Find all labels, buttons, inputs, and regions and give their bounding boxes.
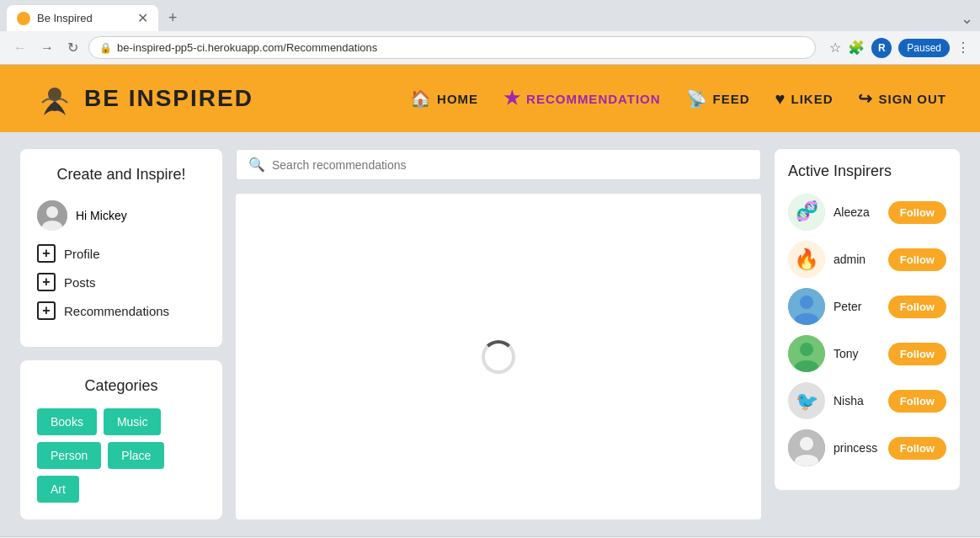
posts-label: Posts [64,275,96,290]
nav-recommendation-label: RECOMMENDATION [526,92,661,106]
avatar-nisha: 🐦 [788,382,825,419]
heart-icon: ♥ [775,89,786,109]
plus-icon: + [37,244,56,263]
main-nav: 🏠 HOME ★ RECOMMENDATION 📡 FEED ♥ LIKED ↪… [410,88,946,109]
posts-link[interactable]: + Posts [37,273,205,291]
forward-button[interactable]: → [37,37,57,59]
url-input[interactable]: 🔒 be-inspired-pp5-ci.herokuapp.com/Recom… [88,36,816,59]
tab-close-button[interactable]: ✕ [137,10,148,26]
address-bar: ← → ↻ 🔒 be-inspired-pp5-ci.herokuapp.com… [0,31,980,65]
inspirer-row-peter: Peter Follow [788,288,946,325]
search-bar: 🔍 [236,149,761,180]
category-person[interactable]: Person [37,442,101,469]
extensions-icon[interactable]: 🧩 [848,40,865,56]
right-sidebar: Active Inspirers 🧬 Aleeza Follow [775,149,960,519]
new-tab-button[interactable]: + [162,6,184,30]
categories-title: Categories [37,377,205,395]
svg-point-12 [800,343,813,356]
nav-home[interactable]: 🏠 HOME [410,88,478,109]
menu-icon[interactable]: ⋮ [956,40,970,56]
plus-icon-3: + [37,301,56,320]
toolbar-icons: ☆ 🧩 R Paused ⋮ [829,38,970,58]
plus-icon-2: + [37,273,56,291]
loading-container [236,194,761,519]
avatar-admin: 🔥 [788,241,825,278]
inspirer-name-nisha: Nisha [834,394,880,407]
follow-button-tony[interactable]: Follow [888,343,946,365]
follow-button-princess[interactable]: Follow [888,437,946,460]
home-icon: 🏠 [410,88,432,109]
inspirer-row-princess: princess Follow [788,429,946,466]
loading-spinner [482,340,515,374]
inspirer-name-tony: Tony [834,347,880,360]
user-row: Hi Mickey [37,200,205,231]
logo-text: BE INSPIRED [84,85,253,112]
create-title: Create and Inspire! [37,166,205,184]
logo-icon [34,77,76,120]
inspirer-name-peter: Peter [834,300,880,313]
svg-text:🔥: 🔥 [794,247,819,271]
left-sidebar: Create and Inspire! Hi Mickey + Profile [20,149,222,519]
lock-icon: 🔒 [99,42,112,54]
profile-label: Profile [64,247,100,261]
user-greeting: Hi Mickey [76,209,127,222]
nav-feed-label: FEED [713,92,750,106]
browser-window: Be Inspired ✕ + ⌄ ← → ↻ 🔒 be-inspired-pp… [0,0,980,538]
paused-button[interactable]: Paused [898,39,950,57]
avatar-tony [788,335,825,372]
category-art[interactable]: Art [37,476,79,503]
active-tab: Be Inspired ✕ [7,5,158,31]
refresh-button[interactable]: ↻ [64,36,82,59]
profile-button[interactable]: R [871,38,892,58]
signout-icon: ↪ [858,88,873,109]
bookmark-icon[interactable]: ☆ [829,40,841,56]
follow-button-admin[interactable]: Follow [888,248,946,271]
search-input[interactable] [272,158,748,172]
inspirer-name-princess: princess [834,441,880,455]
star-icon: ★ [503,88,521,109]
category-books[interactable]: Books [37,408,97,435]
inspirer-name-admin: admin [834,253,880,266]
recommendations-label: Recommendations [64,304,169,318]
inspirers-title: Active Inspirers [788,162,946,180]
follow-button-aleeza[interactable]: Follow [888,201,946,224]
tab-favicon [17,12,30,25]
tab-more-button[interactable]: ⌄ [961,9,973,28]
nav-liked-label: LIKED [791,92,833,106]
logo[interactable]: BE INSPIRED [34,77,253,120]
recommendations-link[interactable]: + Recommendations [37,301,205,320]
profile-link[interactable]: + Profile [37,244,205,263]
feed-icon: 📡 [686,88,708,109]
inspirer-row-admin: 🔥 admin Follow [788,241,946,278]
follow-button-nisha[interactable]: Follow [888,390,946,413]
category-place[interactable]: Place [108,442,164,469]
inspirer-row-nisha: 🐦 Nisha Follow [788,382,946,419]
inspirers-card: Active Inspirers 🧬 Aleeza Follow [775,149,960,490]
url-text: be-inspired-pp5-ci.herokuapp.com/Recomme… [117,41,377,54]
inspirer-row-aleeza: 🧬 Aleeza Follow [788,194,946,231]
nav-liked[interactable]: ♥ LIKED [775,89,834,109]
nav-signout-label: SIGN OUT [878,92,946,106]
nav-signout[interactable]: ↪ SIGN OUT [858,88,946,109]
create-card: Create and Inspire! Hi Mickey + Profile [20,149,222,347]
app-header: BE INSPIRED 🏠 HOME ★ RECOMMENDATION 📡 FE… [0,65,980,132]
tab-bar: Be Inspired ✕ + ⌄ [0,0,980,31]
search-icon: 🔍 [248,157,265,173]
svg-text:🧬: 🧬 [796,200,819,222]
follow-button-peter[interactable]: Follow [888,296,946,318]
nav-recommendation[interactable]: ★ RECOMMENDATION [503,88,661,109]
avatar-princess [788,429,825,466]
inspirer-row-tony: Tony Follow [788,335,946,372]
category-music[interactable]: Music [104,408,162,435]
back-button[interactable]: ← [10,37,30,59]
page-content: Create and Inspire! Hi Mickey + Profile [0,132,980,536]
svg-point-17 [800,437,813,450]
svg-point-2 [46,206,58,218]
categories-card: Categories Books Music Person Place Art [20,360,222,519]
svg-text:🐦: 🐦 [796,390,819,413]
avatar-aleeza: 🧬 [788,194,825,231]
avatar-peter [788,288,825,325]
nav-feed[interactable]: 📡 FEED [686,88,750,109]
svg-point-9 [800,296,813,309]
tab-title: Be Inspired [37,12,130,24]
